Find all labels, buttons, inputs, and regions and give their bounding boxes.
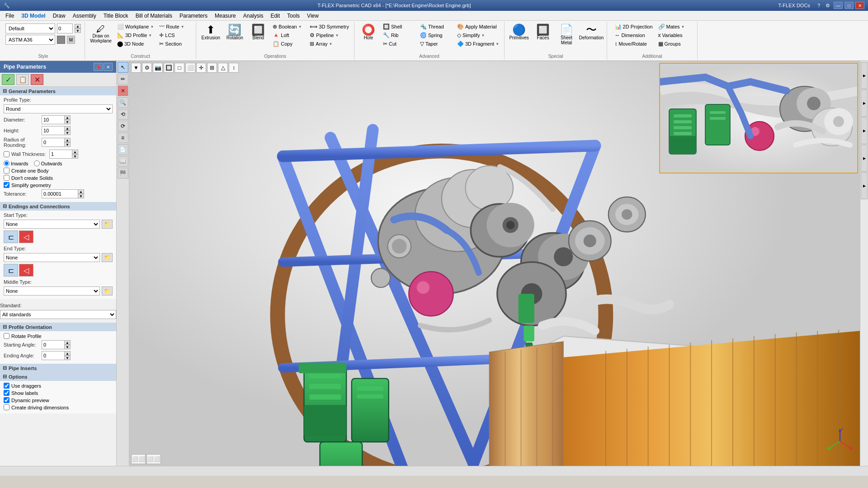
tolerance-down[interactable]: ▼ xyxy=(78,194,84,198)
workplane-btn[interactable]: ⬜ Workplane▼ xyxy=(115,23,156,31)
profile-orientation-header[interactable]: ⊟ Profile Orientation xyxy=(0,323,116,331)
color-picker[interactable] xyxy=(57,36,65,44)
confirm-btn[interactable]: ✓ xyxy=(2,74,14,85)
use-draggers-checkbox[interactable] xyxy=(4,383,9,389)
dynamic-preview-checkbox[interactable] xyxy=(4,397,9,403)
sheet-metal-btn[interactable]: 📄 SheetMetal xyxy=(555,23,578,47)
right-sidebar-btn-3[interactable]: ▶ xyxy=(861,117,868,144)
ending-angle-input[interactable] xyxy=(42,351,64,360)
options-header[interactable]: ⊟ Options xyxy=(0,372,116,381)
sidebar-cancel-btn[interactable]: ✕ xyxy=(118,85,128,96)
primitives-btn[interactable]: 🔵 Primitives xyxy=(507,23,531,42)
diameter-down[interactable]: ▼ xyxy=(64,120,71,124)
end-icon-2[interactable]: ◁ xyxy=(19,264,33,277)
3d-profile-btn[interactable]: 📐 3D Profile▼ xyxy=(115,31,156,39)
sidebar-undo-btn[interactable]: ⟲ xyxy=(118,109,128,120)
vp-tri-btn[interactable]: △ xyxy=(218,63,228,73)
width-down[interactable]: ▼ xyxy=(75,28,81,33)
material-btn[interactable]: M xyxy=(67,36,75,44)
start-icon-2[interactable]: ◁ xyxy=(19,230,33,243)
end-icon-1[interactable]: ⊏ xyxy=(4,264,18,277)
pin-btn[interactable]: 📌 xyxy=(94,63,103,71)
route-btn[interactable]: 〰 Route▼ xyxy=(157,23,193,31)
outwards-radio[interactable] xyxy=(34,160,40,166)
diameter-input[interactable] xyxy=(42,115,64,124)
mates-btn[interactable]: 🔗 Mates▼ xyxy=(656,23,692,31)
vp-box-btn[interactable]: □ xyxy=(175,63,184,73)
minimize-button[interactable]: — xyxy=(834,2,843,9)
rotation-btn[interactable]: 🔄 Rotation xyxy=(223,23,246,42)
menu-assembly[interactable]: Assembly xyxy=(69,12,100,20)
sidebar-edit-btn[interactable]: ✏ xyxy=(118,74,128,84)
lcs-btn[interactable]: ✛ LCS xyxy=(157,31,193,39)
vp-display-btn[interactable]: 🔲 xyxy=(164,63,174,73)
groups-btn[interactable]: ▦ Groups xyxy=(656,40,692,48)
blend-btn[interactable]: 🔲 Blend xyxy=(247,23,269,42)
end-type-edit-btn[interactable]: 📁 xyxy=(102,253,113,262)
standard-select[interactable]: All standards xyxy=(0,310,116,319)
right-sidebar-btn-4[interactable]: ▶ xyxy=(861,145,868,172)
tolerance-input[interactable] xyxy=(42,189,78,198)
create-driving-dims-checkbox[interactable] xyxy=(4,404,9,410)
sidebar-cursor-btn[interactable]: ↖ xyxy=(118,62,128,73)
apply-material-btn[interactable]: 🎨 Apply Material xyxy=(455,23,501,31)
section-btn[interactable]: ✂ Section xyxy=(157,40,193,48)
deformation-btn[interactable]: 〜 Deformation xyxy=(579,23,604,42)
default-style-select[interactable]: Default xyxy=(5,23,55,33)
radius-up[interactable]: ▲ xyxy=(64,138,71,142)
width-input[interactable] xyxy=(57,23,73,33)
maximize-button[interactable]: □ xyxy=(844,2,854,9)
show-labels-checkbox[interactable] xyxy=(4,390,9,396)
simplify-btn[interactable]: ◇ Simplify▼ xyxy=(455,31,501,39)
wall-thickness-checkbox[interactable] xyxy=(4,151,9,157)
start-type-edit-btn[interactable]: 📁 xyxy=(102,220,113,229)
thread-btn[interactable]: 🔩 Thread xyxy=(418,23,454,31)
rotate-profile-checkbox[interactable] xyxy=(4,333,9,339)
general-params-header[interactable]: ⊟ General Parameters xyxy=(0,87,116,95)
close-button[interactable]: ✕ xyxy=(855,2,864,9)
width-up[interactable]: ▲ xyxy=(75,24,81,28)
draw-on-workplane-btn[interactable]: 🖊 Draw onWorkplane xyxy=(88,23,114,45)
thickness-input[interactable] xyxy=(49,150,72,159)
right-sidebar-btn-2[interactable]: ▶ xyxy=(861,89,868,117)
height-up[interactable]: ▲ xyxy=(64,126,71,131)
endings-header[interactable]: ⊟ Endings and Connections xyxy=(0,202,116,211)
copy-panel-btn[interactable]: 📋 xyxy=(16,74,29,85)
menu-view[interactable]: View xyxy=(303,12,322,20)
move-rotate-btn[interactable]: ↕ Move/Rotate xyxy=(613,40,655,48)
menu-tools[interactable]: Tools xyxy=(283,12,303,20)
2d-projection-btn[interactable]: 📊 2D Projection xyxy=(613,23,655,31)
sidebar-redo-btn[interactable]: ⟳ xyxy=(118,121,128,131)
inwards-radio[interactable] xyxy=(4,160,9,166)
shell-btn[interactable]: 🔲 Shell xyxy=(381,23,417,31)
height-down[interactable]: ▼ xyxy=(64,131,71,135)
sidebar-zoom-btn[interactable]: 🔍 xyxy=(118,97,128,108)
boolean-btn[interactable]: ⊕ Boolean▼ xyxy=(270,23,307,31)
3d-symmetry-btn[interactable]: ⟺ 3D Symmetry xyxy=(307,23,351,31)
close-panel-btn[interactable]: ✕ xyxy=(104,63,113,71)
profile-type-select[interactable]: Round Square xyxy=(4,104,113,113)
cancel-btn[interactable]: ✕ xyxy=(31,74,43,85)
tolerance-up[interactable]: ▲ xyxy=(78,189,84,194)
menu-file[interactable]: File xyxy=(2,12,18,20)
vp-plane-btn[interactable]: ⬜ xyxy=(185,63,195,73)
vp-split-h-btn[interactable]: ⬜⬜ xyxy=(131,454,146,464)
height-input[interactable] xyxy=(42,126,64,135)
right-sidebar-btn-5[interactable]: ▶ xyxy=(861,172,868,199)
thickness-up[interactable]: ▲ xyxy=(72,150,78,154)
end-angle-up[interactable]: ▲ xyxy=(64,351,71,356)
menu-draw[interactable]: Draw xyxy=(49,12,69,20)
vp-arrow-btn[interactable]: ↕ xyxy=(229,63,239,73)
diameter-up[interactable]: ▲ xyxy=(64,115,71,120)
pipeline-btn[interactable]: ⚙ Pipeline▼ xyxy=(307,31,351,39)
faces-btn[interactable]: 🔲 Faces xyxy=(532,23,554,42)
menu-3dmodel[interactable]: 3D Model xyxy=(18,12,49,20)
cut-btn[interactable]: ✂ Cut xyxy=(381,40,417,48)
end-angle-down[interactable]: ▼ xyxy=(64,356,71,360)
variables-btn[interactable]: x Variables xyxy=(656,31,692,39)
sidebar-doc-btn[interactable]: 📄 xyxy=(118,144,128,155)
start-angle-down[interactable]: ▼ xyxy=(64,345,71,349)
3d-fragment-btn[interactable]: 🔷 3D Fragment▼ xyxy=(455,40,501,48)
vp-axes-btn[interactable]: ✛ xyxy=(196,63,206,73)
dont-create-solids-checkbox[interactable] xyxy=(4,175,9,181)
